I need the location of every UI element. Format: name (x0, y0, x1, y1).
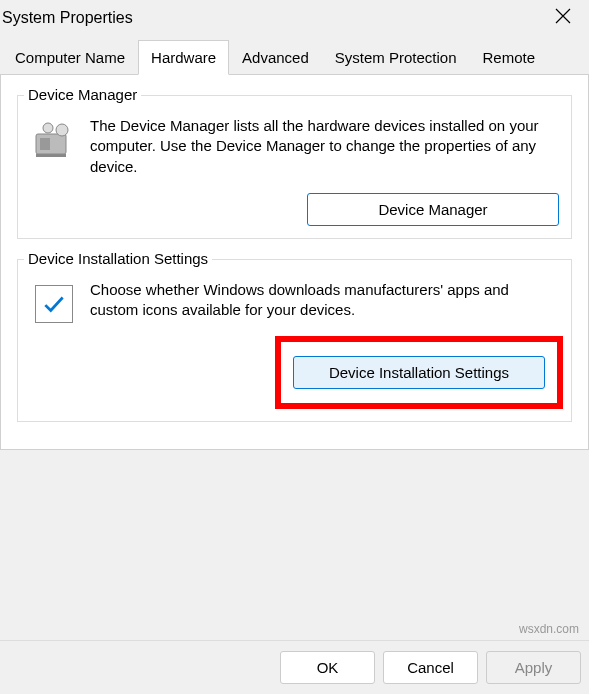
device-installation-group-title: Device Installation Settings (24, 250, 212, 267)
device-installation-settings-button[interactable]: Device Installation Settings (293, 356, 545, 389)
close-button[interactable] (545, 4, 581, 31)
tab-content: Device Manager The Device Manager lists … (0, 75, 589, 450)
ok-button[interactable]: OK (280, 651, 375, 684)
svg-rect-4 (36, 154, 66, 157)
check-icon (41, 291, 67, 317)
dialog-footer: OK Cancel Apply (0, 640, 589, 694)
apply-button[interactable]: Apply (486, 651, 581, 684)
hardware-icon (30, 116, 78, 164)
device-manager-group-title: Device Manager (24, 86, 141, 103)
tab-system-protection[interactable]: System Protection (322, 40, 470, 75)
watermark: wsxdn.com (519, 622, 579, 636)
svg-rect-1 (40, 138, 50, 150)
close-icon (555, 8, 571, 24)
cancel-button[interactable]: Cancel (383, 651, 478, 684)
title-bar: System Properties (0, 0, 589, 39)
device-manager-description: The Device Manager lists all the hardwar… (90, 116, 559, 177)
tab-advanced[interactable]: Advanced (229, 40, 322, 75)
device-manager-button[interactable]: Device Manager (307, 193, 559, 226)
device-installation-description: Choose whether Windows downloads manufac… (90, 280, 559, 321)
checkbox-icon (30, 280, 78, 328)
device-installation-group: Device Installation Settings Choose whet… (17, 259, 572, 423)
highlight-annotation: Device Installation Settings (275, 336, 563, 409)
tab-computer-name[interactable]: Computer Name (2, 40, 138, 75)
tab-remote[interactable]: Remote (470, 40, 549, 75)
tab-hardware[interactable]: Hardware (138, 40, 229, 75)
tab-bar: Computer Name Hardware Advanced System P… (0, 39, 589, 75)
svg-point-3 (43, 123, 53, 133)
window-title: System Properties (2, 9, 133, 27)
svg-point-2 (56, 124, 68, 136)
device-manager-group: Device Manager The Device Manager lists … (17, 95, 572, 239)
